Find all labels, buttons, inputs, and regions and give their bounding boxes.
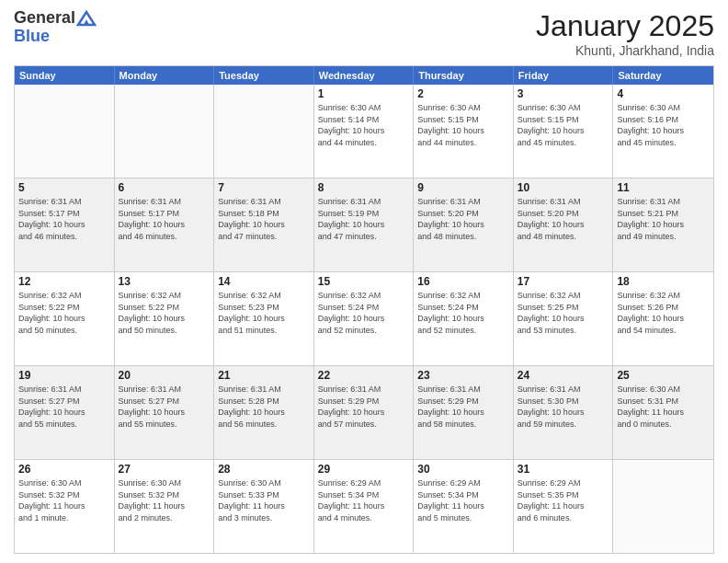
- cell-info-text: Sunrise: 6:29 AM Sunset: 5:34 PM Dayligh…: [318, 477, 410, 523]
- cell-date-number: 4: [617, 87, 710, 100]
- cell-date-number: 19: [18, 369, 110, 382]
- weekday-header-thursday: Thursday: [414, 66, 514, 85]
- cell-info-text: Sunrise: 6:31 AM Sunset: 5:27 PM Dayligh…: [119, 384, 210, 430]
- calendar-cell-27: 27Sunrise: 6:30 AM Sunset: 5:32 PM Dayli…: [115, 460, 215, 553]
- calendar-cell-14: 14Sunrise: 6:32 AM Sunset: 5:23 PM Dayli…: [214, 272, 314, 365]
- cell-info-text: Sunrise: 6:32 AM Sunset: 5:23 PM Dayligh…: [218, 290, 310, 336]
- cell-date-number: 15: [318, 275, 410, 288]
- cell-date-number: 11: [617, 181, 710, 194]
- cell-date-number: 14: [218, 275, 310, 288]
- calendar-cell-21: 21Sunrise: 6:31 AM Sunset: 5:28 PM Dayli…: [214, 366, 314, 459]
- calendar-header: SundayMondayTuesdayWednesdayThursdayFrid…: [15, 66, 713, 85]
- calendar-cell-10: 10Sunrise: 6:31 AM Sunset: 5:20 PM Dayli…: [514, 178, 614, 271]
- cell-info-text: Sunrise: 6:29 AM Sunset: 5:35 PM Dayligh…: [518, 477, 609, 523]
- cell-info-text: Sunrise: 6:31 AM Sunset: 5:21 PM Dayligh…: [617, 196, 710, 242]
- cell-date-number: 8: [318, 181, 410, 194]
- weekday-header-friday: Friday: [514, 66, 614, 85]
- calendar-cell-2: 2Sunrise: 6:30 AM Sunset: 5:15 PM Daylig…: [414, 85, 514, 178]
- cell-info-text: Sunrise: 6:32 AM Sunset: 5:24 PM Dayligh…: [318, 290, 410, 336]
- calendar-cell-9: 9Sunrise: 6:31 AM Sunset: 5:20 PM Daylig…: [414, 178, 514, 271]
- calendar-cell-empty: [613, 460, 713, 553]
- cell-info-text: Sunrise: 6:30 AM Sunset: 5:15 PM Dayligh…: [518, 102, 609, 148]
- cell-date-number: 30: [417, 463, 509, 476]
- cell-date-number: 13: [119, 275, 210, 288]
- cell-date-number: 20: [119, 369, 210, 382]
- calendar-cell-23: 23Sunrise: 6:31 AM Sunset: 5:29 PM Dayli…: [414, 366, 514, 459]
- cell-info-text: Sunrise: 6:29 AM Sunset: 5:34 PM Dayligh…: [417, 477, 509, 523]
- cell-info-text: Sunrise: 6:30 AM Sunset: 5:14 PM Dayligh…: [318, 102, 410, 148]
- cell-date-number: 3: [518, 87, 609, 100]
- cell-date-number: 25: [617, 369, 710, 382]
- calendar-cell-4: 4Sunrise: 6:30 AM Sunset: 5:16 PM Daylig…: [613, 85, 713, 178]
- cell-info-text: Sunrise: 6:30 AM Sunset: 5:32 PM Dayligh…: [119, 477, 210, 523]
- calendar-row-5: 26Sunrise: 6:30 AM Sunset: 5:32 PM Dayli…: [15, 460, 713, 553]
- cell-info-text: Sunrise: 6:30 AM Sunset: 5:31 PM Dayligh…: [617, 384, 710, 430]
- cell-date-number: 5: [18, 181, 110, 194]
- cell-date-number: 6: [119, 181, 210, 194]
- calendar-cell-25: 25Sunrise: 6:30 AM Sunset: 5:31 PM Dayli…: [613, 366, 713, 459]
- cell-info-text: Sunrise: 6:32 AM Sunset: 5:25 PM Dayligh…: [518, 290, 609, 336]
- calendar-row-2: 5Sunrise: 6:31 AM Sunset: 5:17 PM Daylig…: [15, 178, 713, 272]
- calendar-cell-24: 24Sunrise: 6:31 AM Sunset: 5:30 PM Dayli…: [514, 366, 614, 459]
- location: Khunti, Jharkhand, India: [536, 43, 714, 58]
- cell-date-number: 18: [617, 275, 710, 288]
- calendar-cell-empty: [15, 85, 115, 178]
- svg-marker-1: [84, 19, 89, 25]
- cell-date-number: 10: [518, 181, 609, 194]
- calendar-cell-7: 7Sunrise: 6:31 AM Sunset: 5:18 PM Daylig…: [214, 178, 314, 271]
- calendar-cell-6: 6Sunrise: 6:31 AM Sunset: 5:17 PM Daylig…: [115, 178, 215, 271]
- cell-date-number: 27: [119, 463, 210, 476]
- calendar-cell-8: 8Sunrise: 6:31 AM Sunset: 5:19 PM Daylig…: [314, 178, 415, 271]
- cell-date-number: 26: [18, 463, 110, 476]
- cell-info-text: Sunrise: 6:30 AM Sunset: 5:15 PM Dayligh…: [417, 102, 509, 148]
- logo: General Blue: [14, 9, 97, 46]
- cell-info-text: Sunrise: 6:31 AM Sunset: 5:28 PM Dayligh…: [218, 384, 310, 430]
- calendar-cell-12: 12Sunrise: 6:32 AM Sunset: 5:22 PM Dayli…: [15, 272, 115, 365]
- cell-date-number: 23: [417, 369, 509, 382]
- header: General Blue January 2025 Khunti, Jharkh…: [14, 9, 714, 58]
- calendar-body: 1Sunrise: 6:30 AM Sunset: 5:14 PM Daylig…: [15, 85, 713, 553]
- calendar-cell-16: 16Sunrise: 6:32 AM Sunset: 5:24 PM Dayli…: [414, 272, 514, 365]
- cell-info-text: Sunrise: 6:31 AM Sunset: 5:17 PM Dayligh…: [119, 196, 210, 242]
- cell-date-number: 9: [417, 181, 509, 194]
- logo-blue-text: Blue: [14, 28, 97, 46]
- page: General Blue January 2025 Khunti, Jharkh…: [0, 0, 728, 563]
- cell-info-text: Sunrise: 6:31 AM Sunset: 5:27 PM Dayligh…: [18, 384, 110, 430]
- calendar: SundayMondayTuesdayWednesdayThursdayFrid…: [14, 65, 714, 554]
- cell-info-text: Sunrise: 6:30 AM Sunset: 5:16 PM Dayligh…: [617, 102, 710, 148]
- cell-date-number: 21: [218, 369, 310, 382]
- cell-info-text: Sunrise: 6:31 AM Sunset: 5:29 PM Dayligh…: [417, 384, 509, 430]
- calendar-row-3: 12Sunrise: 6:32 AM Sunset: 5:22 PM Dayli…: [15, 272, 713, 366]
- cell-date-number: 17: [518, 275, 609, 288]
- calendar-cell-22: 22Sunrise: 6:31 AM Sunset: 5:29 PM Dayli…: [314, 366, 415, 459]
- calendar-cell-empty: [214, 85, 314, 178]
- calendar-cell-11: 11Sunrise: 6:31 AM Sunset: 5:21 PM Dayli…: [613, 178, 713, 271]
- calendar-cell-5: 5Sunrise: 6:31 AM Sunset: 5:17 PM Daylig…: [15, 178, 115, 271]
- cell-date-number: 22: [318, 369, 410, 382]
- calendar-cell-19: 19Sunrise: 6:31 AM Sunset: 5:27 PM Dayli…: [15, 366, 115, 459]
- cell-info-text: Sunrise: 6:31 AM Sunset: 5:30 PM Dayligh…: [518, 384, 609, 430]
- cell-date-number: 16: [417, 275, 509, 288]
- cell-date-number: 29: [318, 463, 410, 476]
- calendar-cell-29: 29Sunrise: 6:29 AM Sunset: 5:34 PM Dayli…: [314, 460, 415, 553]
- logo-general-text: General: [14, 9, 75, 28]
- cell-info-text: Sunrise: 6:32 AM Sunset: 5:22 PM Dayligh…: [18, 290, 110, 336]
- calendar-cell-15: 15Sunrise: 6:32 AM Sunset: 5:24 PM Dayli…: [314, 272, 415, 365]
- weekday-header-sunday: Sunday: [15, 66, 115, 85]
- cell-date-number: 28: [218, 463, 310, 476]
- weekday-header-monday: Monday: [115, 66, 215, 85]
- cell-info-text: Sunrise: 6:32 AM Sunset: 5:22 PM Dayligh…: [119, 290, 210, 336]
- calendar-cell-31: 31Sunrise: 6:29 AM Sunset: 5:35 PM Dayli…: [514, 460, 614, 553]
- cell-info-text: Sunrise: 6:32 AM Sunset: 5:26 PM Dayligh…: [617, 290, 710, 336]
- title-area: January 2025 Khunti, Jharkhand, India: [536, 9, 714, 58]
- calendar-cell-18: 18Sunrise: 6:32 AM Sunset: 5:26 PM Dayli…: [613, 272, 713, 365]
- cell-info-text: Sunrise: 6:32 AM Sunset: 5:24 PM Dayligh…: [417, 290, 509, 336]
- cell-date-number: 2: [417, 87, 509, 100]
- weekday-header-saturday: Saturday: [613, 66, 713, 85]
- cell-info-text: Sunrise: 6:31 AM Sunset: 5:18 PM Dayligh…: [218, 196, 310, 242]
- calendar-row-4: 19Sunrise: 6:31 AM Sunset: 5:27 PM Dayli…: [15, 366, 713, 460]
- calendar-cell-28: 28Sunrise: 6:30 AM Sunset: 5:33 PM Dayli…: [214, 460, 314, 553]
- calendar-cell-17: 17Sunrise: 6:32 AM Sunset: 5:25 PM Dayli…: [514, 272, 614, 365]
- cell-info-text: Sunrise: 6:31 AM Sunset: 5:20 PM Dayligh…: [518, 196, 609, 242]
- calendar-row-1: 1Sunrise: 6:30 AM Sunset: 5:14 PM Daylig…: [15, 85, 713, 178]
